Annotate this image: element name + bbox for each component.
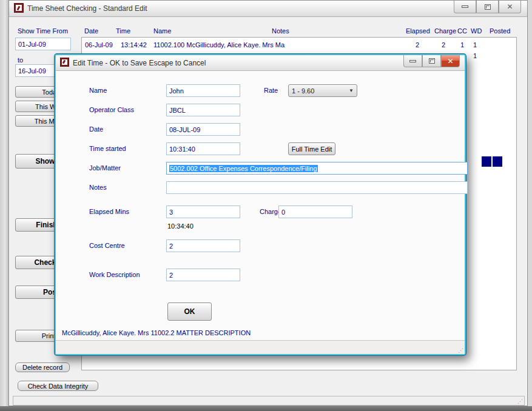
cost-centre-input[interactable] — [166, 239, 240, 252]
operator-class-input[interactable] — [166, 104, 240, 116]
work-description-label: Work Description — [89, 271, 140, 278]
dialog-app-icon — [60, 58, 69, 67]
operator-class-label: Operator Class — [89, 106, 134, 113]
chevron-down-icon: ▼ — [349, 88, 354, 93]
elapsed-mins-input[interactable] — [166, 206, 240, 218]
cost-centre-label: Cost Centre — [89, 242, 125, 249]
header-date: Date — [84, 27, 98, 35]
rate-label: Rate — [264, 87, 278, 94]
selected-row-highlight — [482, 156, 491, 167]
charge-input[interactable] — [278, 206, 352, 218]
row-wd: 1 — [473, 41, 477, 48]
dialog-close-icon: ✕ — [447, 58, 453, 65]
dialog-status-bar: ⋰ — [56, 340, 465, 354]
minimize-button[interactable] — [454, 1, 476, 13]
dialog-resize-grip-icon[interactable]: ⋰ — [458, 347, 463, 353]
header-wd: WD — [471, 27, 482, 35]
dialog-status-text: McGillicuddy, Alice Kaye. Mrs 11002.2 MA… — [62, 329, 251, 336]
selected-row-highlight — [493, 156, 502, 167]
row-elapsed: 2 — [416, 41, 419, 48]
app-icon — [14, 3, 24, 13]
dialog-minimize-icon — [409, 60, 416, 62]
desktop-edge-strip — [0, 406, 532, 411]
delete-record-button[interactable]: Delete record — [15, 363, 70, 372]
elapsed-mins-label: Elapsed Mins — [89, 208, 129, 215]
name-input[interactable] — [166, 84, 240, 97]
resize-grip-icon[interactable]: ⋰ — [517, 398, 523, 404]
row-cc: 1 — [460, 41, 464, 48]
header-cc: CC — [457, 27, 467, 35]
job-matter-input[interactable]: 5002.002 Office Expenses Correspondence/… — [166, 162, 468, 175]
time-ended-value: 10:34:40 — [167, 222, 194, 230]
notes-input[interactable] — [166, 181, 468, 194]
close-icon: ✕ — [507, 3, 513, 10]
row-time: 13:14:42 — [121, 41, 147, 48]
dialog-close-button[interactable]: ✕ — [441, 55, 460, 67]
dialog-maximize-icon — [429, 58, 435, 64]
minimize-icon — [462, 5, 468, 8]
notes-label: Notes — [89, 184, 107, 191]
dialog-window-controls: ✕ — [403, 55, 460, 67]
dialog-titlebar[interactable]: Edit Time - OK to Save Escape to Cancel … — [56, 55, 465, 71]
row-wd: 1 — [473, 52, 477, 59]
maximize-button[interactable] — [476, 1, 499, 13]
maximize-icon — [485, 4, 491, 10]
from-date-input[interactable] — [15, 38, 71, 50]
edit-time-dialog: Edit Time - OK to Save Escape to Cancel … — [55, 54, 466, 355]
header-charge: Charge — [434, 27, 456, 35]
date-input[interactable] — [166, 123, 240, 136]
window-controls: ✕ — [454, 1, 521, 13]
check-data-integrity-button[interactable]: Check Data Integrity — [18, 381, 98, 391]
rate-dropdown[interactable]: 1 - 9.60 ▼ — [288, 84, 357, 97]
to-label: to — [18, 56, 23, 64]
row-charge: 2 — [442, 41, 445, 48]
show-time-from-label: Show Time From — [18, 27, 68, 35]
job-matter-label: Job/Matter — [89, 164, 121, 172]
dialog-minimize-button[interactable] — [403, 55, 422, 67]
dialog-title: Edit Time - OK to Save Escape to Cancel — [73, 59, 206, 67]
job-matter-selected-text: 5002.002 Office Expenses Correspondence/… — [169, 165, 318, 172]
main-titlebar[interactable]: Time Sheet Checking - Standard Edit ✕ — [9, 1, 527, 17]
close-button[interactable]: ✕ — [499, 1, 521, 13]
time-started-label: Time started — [89, 145, 126, 152]
work-description-input[interactable] — [166, 269, 240, 281]
window-title: Time Sheet Checking - Standard Edit — [27, 4, 147, 13]
main-status-bar: ⋰ — [13, 396, 525, 406]
row-date: 06-Jul-09 — [85, 41, 113, 48]
header-time: Time — [116, 27, 130, 35]
header-elapsed: Elapsed — [406, 27, 430, 35]
header-name: Name — [153, 27, 171, 35]
dialog-maximize-button[interactable] — [422, 55, 441, 67]
header-posted: Posted — [490, 27, 510, 35]
header-notes: Notes — [272, 27, 289, 35]
ok-button[interactable]: OK — [167, 302, 212, 321]
background-window-sliver — [0, 0, 9, 411]
rate-value: 1 - 9.60 — [292, 87, 314, 95]
full-time-edit-button[interactable]: Full Time Edit — [288, 142, 335, 155]
date-label: Date — [89, 125, 103, 133]
name-label: Name — [89, 87, 107, 94]
time-started-input[interactable] — [166, 142, 240, 155]
row-name: 11002.100 McGillicuddy, Alice Kaye. Mrs … — [153, 41, 285, 48]
